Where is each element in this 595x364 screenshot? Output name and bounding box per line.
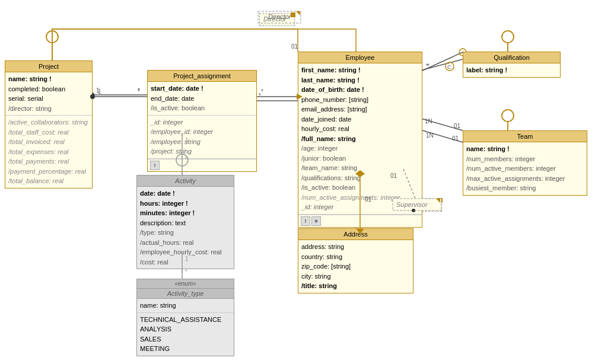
svg-point-1 xyxy=(502,31,514,43)
team-class: Team name: string ! /num_members: intege… xyxy=(463,130,587,196)
svg-text:*: * xyxy=(427,63,429,69)
team-title: Team xyxy=(463,131,587,142)
activity-type-class: «enum» Activity_type name: string TECHNI… xyxy=(136,279,234,356)
project-derived: /active_collaborators: string /total_sta… xyxy=(5,116,92,188)
project-class: Project name: string ! completed: boolea… xyxy=(5,60,93,189)
activity-title: Activity xyxy=(137,175,234,187)
svg-text:*: * xyxy=(138,87,140,94)
project-assignment-class: Project_assignment start_date: date ! en… xyxy=(147,70,257,172)
svg-text:1N: 1N xyxy=(425,118,432,124)
svg-point-0 xyxy=(46,31,58,43)
project-title: Project xyxy=(5,61,92,72)
qualification-attrs: label: string ! xyxy=(463,63,560,77)
project-assignment-title: Project_assignment xyxy=(148,71,256,82)
svg-line-15 xyxy=(421,119,463,130)
svg-text:*: * xyxy=(426,63,428,69)
warning-icon: ! xyxy=(150,161,160,170)
qualification-class: Qualification label: string ! xyxy=(463,52,561,78)
svg-point-39 xyxy=(502,31,514,43)
qualification-title: Qualification xyxy=(463,52,560,63)
svg-text:1: 1 xyxy=(96,87,100,94)
activity-attrs: date: date ! hours: integer ! minutes: i… xyxy=(137,187,234,269)
svg-text:01: 01 xyxy=(454,123,461,129)
svg-line-61 xyxy=(422,130,463,142)
svg-point-2 xyxy=(502,110,514,122)
employee-icons: ! ≡ xyxy=(298,215,422,227)
team-attrs: name: string ! /num_members: integer /nu… xyxy=(463,142,587,195)
activity-type-title: Activity_type xyxy=(137,289,234,299)
svg-line-57 xyxy=(422,59,463,70)
project-attributes: name: string ! completed: boolean serial… xyxy=(5,72,92,116)
svg-text:01: 01 xyxy=(452,135,459,142)
svg-point-41 xyxy=(502,110,514,122)
svg-text:*: * xyxy=(261,88,263,95)
enum-stereotype: «enum» xyxy=(137,279,234,289)
svg-text:*: * xyxy=(259,92,261,99)
activity-type-values: TECHNICAL_ASSISTANCE ANALYSIS SALES MEET… xyxy=(137,313,234,356)
address-attrs: address: string country: string zip_code… xyxy=(298,240,413,293)
address-class: Address address: string country: string … xyxy=(298,228,413,293)
activity-type-name: name: string xyxy=(137,299,234,313)
employee-attrs: first_name: string ! last_name: string !… xyxy=(298,63,422,215)
table-icon-emp: ≡ xyxy=(311,216,321,226)
svg-text:1N: 1N xyxy=(426,132,434,139)
svg-text:C: C xyxy=(447,64,451,70)
project-assignment-attrs: start_date: date ! end_date: date /is_ac… xyxy=(148,82,256,116)
employee-title: Employee xyxy=(298,52,422,63)
svg-text:*: * xyxy=(185,269,187,275)
activity-class: Activity date: date ! hours: integer ! m… xyxy=(136,175,234,269)
svg-line-12 xyxy=(421,52,463,71)
project-assignment-icons: ! xyxy=(148,159,256,171)
warning-icon-emp: ! xyxy=(301,216,310,226)
svg-point-59 xyxy=(446,62,454,71)
employee-class: Employee first_name: string ! last_name:… xyxy=(298,52,422,228)
uml-diagram: 1 * * Director * 1N 01 01 * 1 * 1 xyxy=(0,0,595,364)
svg-point-37 xyxy=(46,31,58,43)
svg-text:*: * xyxy=(138,88,140,95)
svg-text:01: 01 xyxy=(291,43,298,50)
address-title: Address xyxy=(298,229,413,240)
svg-text:1: 1 xyxy=(98,88,101,95)
project-assignment-keys: _id: integer /employee_id: integer /empl… xyxy=(148,116,256,159)
svg-marker-56 xyxy=(296,11,300,15)
director-note: Director xyxy=(259,13,295,26)
